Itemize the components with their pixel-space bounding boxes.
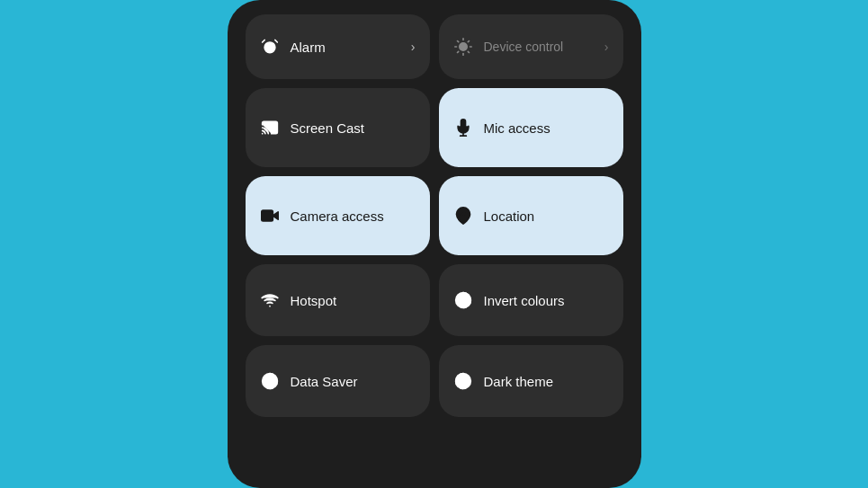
location-label: Location <box>484 209 535 224</box>
alarm-icon <box>260 37 280 57</box>
device-control-arrow: › <box>604 40 609 54</box>
camera-access-tile[interactable]: Camera access <box>246 176 430 255</box>
invert-colours-tile[interactable]: Invert colours <box>439 264 623 336</box>
mic-icon <box>453 118 473 138</box>
cast-icon <box>260 118 280 138</box>
data-saver-label: Data Saver <box>291 374 358 389</box>
svg-line-2 <box>274 40 277 43</box>
svg-line-7 <box>468 51 469 52</box>
camera-icon <box>260 206 280 226</box>
row-5: Data Saver Dark theme <box>246 345 623 417</box>
alarm-label: Alarm <box>291 40 326 55</box>
data-saver-tile[interactable]: Data Saver <box>246 345 430 417</box>
svg-point-3 <box>459 43 466 50</box>
alarm-arrow: › <box>411 40 416 54</box>
screen-cast-tile[interactable]: Screen Cast <box>246 88 430 167</box>
device-control-tile[interactable]: Device control › <box>439 14 623 79</box>
device-control-label: Device control <box>484 40 564 54</box>
mic-access-tile[interactable]: Mic access <box>439 88 623 167</box>
svg-line-1 <box>262 40 264 43</box>
mic-access-label: Mic access <box>484 120 550 136</box>
svg-line-11 <box>468 41 469 42</box>
dark-theme-tile[interactable]: Dark theme <box>439 345 623 417</box>
row-4: Hotspot Invert colours <box>246 264 623 336</box>
svg-line-10 <box>457 51 458 52</box>
datasaver-icon <box>260 371 280 391</box>
darktheme-icon <box>453 371 473 391</box>
phone-panel: Alarm › Device control › <box>228 0 641 488</box>
bulb-icon <box>453 37 473 57</box>
dark-theme-label: Dark theme <box>484 374 554 389</box>
svg-line-6 <box>457 41 458 42</box>
camera-access-label: Camera access <box>291 209 384 224</box>
hotspot-icon <box>260 290 280 310</box>
location-icon <box>453 206 473 226</box>
location-tile[interactable]: Location <box>439 176 623 255</box>
screen-cast-label: Screen Cast <box>291 120 365 136</box>
hotspot-label: Hotspot <box>291 293 337 308</box>
row-3: Camera access Location <box>246 176 623 255</box>
svg-point-16 <box>461 212 465 217</box>
row-2: Screen Cast Mic access <box>246 88 623 167</box>
hotspot-tile[interactable]: Hotspot <box>246 264 430 336</box>
invert-colours-label: Invert colours <box>484 293 565 308</box>
alarm-tile[interactable]: Alarm › <box>246 14 430 79</box>
invert-icon <box>453 290 473 310</box>
svg-rect-15 <box>261 210 273 221</box>
row-1: Alarm › Device control › <box>246 14 623 79</box>
